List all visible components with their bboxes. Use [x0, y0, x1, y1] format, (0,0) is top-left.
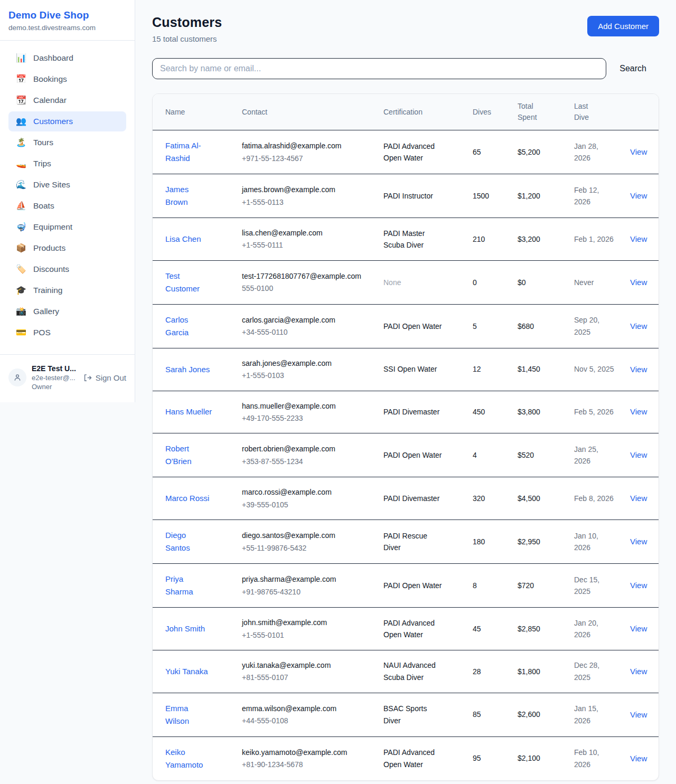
column-header-actions — [630, 94, 646, 130]
page-header-text: Customers 15 total customers — [152, 15, 222, 43]
customer-phone: +44-555-0108 — [242, 715, 377, 726]
customer-name-link[interactable]: Hans Mueller — [165, 405, 212, 418]
table-row: Carlos Garcia carlos.garcia@example.com … — [153, 305, 659, 348]
table-row: Hans Mueller hans.mueller@example.com +4… — [153, 391, 659, 434]
logout-icon — [83, 373, 92, 382]
customer-name-link[interactable]: James Brown — [165, 183, 213, 209]
table-row: Fatima Al-Rashid fatima.alrashid@example… — [153, 130, 659, 174]
sidebar-item-gallery[interactable]: 📸 Gallery — [8, 301, 126, 322]
customer-email: hans.mueller@example.com — [242, 400, 377, 412]
view-link[interactable]: View — [630, 754, 647, 763]
add-customer-button[interactable]: Add Customer — [587, 16, 659, 36]
view-link[interactable]: View — [630, 322, 647, 330]
customer-name-link[interactable]: Marco Rossi — [165, 492, 209, 505]
camera-icon: 📸 — [16, 307, 26, 316]
sidebar-item-label: Products — [33, 243, 65, 253]
sidebar-item-label: Calendar — [33, 96, 67, 105]
diving-mask-icon: 🤿 — [16, 223, 26, 231]
user-email: e2e-tester@... — [32, 374, 78, 382]
sign-out-button[interactable]: Sign Out — [83, 373, 126, 382]
customer-total-spent: $720 — [518, 571, 574, 600]
customer-name-link[interactable]: Emma Wilson — [165, 702, 213, 728]
customer-phone: +1-555-0111 — [242, 239, 377, 251]
customer-name-link[interactable]: John Smith — [165, 622, 205, 635]
view-link[interactable]: View — [630, 234, 647, 243]
customer-total-spent: $3,200 — [518, 224, 574, 254]
customer-phone: +1-555-0101 — [242, 629, 377, 641]
sidebar-item-pos[interactable]: 💳 POS — [8, 323, 126, 343]
column-header-contact: Contact — [242, 94, 383, 130]
avatar — [8, 369, 26, 386]
page: Demo Dive Shop demo.test.divestreams.com… — [0, 0, 676, 784]
customer-total-spent: $2,850 — [518, 614, 574, 644]
customer-name-link[interactable]: Carlos Garcia — [165, 314, 213, 339]
users-icon: 👥 — [16, 117, 26, 126]
sidebar-item-calendar[interactable]: 📆 Calendar — [8, 90, 126, 110]
customer-name-link[interactable]: Yuki Tanaka — [165, 665, 208, 678]
sidebar-item-dive-sites[interactable]: 🌊 Dive Sites — [8, 175, 126, 195]
view-link[interactable]: View — [630, 191, 647, 200]
sidebar-item-customers[interactable]: 👥 Customers — [8, 111, 126, 131]
search-button[interactable]: Search — [619, 61, 659, 77]
customer-certification: PADI Advanced Open Water — [383, 738, 452, 779]
customer-name-link[interactable]: Robert O'Brien — [165, 442, 213, 468]
customer-total-spent: $520 — [518, 440, 574, 470]
customer-name-link[interactable]: Fatima Al-Rashid — [165, 139, 213, 165]
sidebar-item-tours[interactable]: 🏝️ Tours — [8, 133, 126, 153]
package-icon: 📦 — [16, 244, 26, 252]
view-link[interactable]: View — [630, 710, 647, 719]
view-link[interactable]: View — [630, 494, 647, 503]
customer-last-dive: Feb 10, 2026 — [574, 738, 621, 779]
view-link[interactable]: View — [630, 365, 647, 374]
customer-name-link[interactable]: Priya Sharma — [165, 573, 213, 598]
view-link[interactable]: View — [630, 667, 647, 676]
sidebar-item-boats[interactable]: ⛵ Boats — [8, 196, 126, 216]
customer-certification: PADI Open Water — [383, 571, 452, 600]
customer-name-link[interactable]: Test Customer — [165, 270, 213, 295]
table-row: Diego Santos diego.santos@example.com +5… — [153, 520, 659, 564]
customer-certification: PADI Open Water — [383, 440, 452, 470]
view-link[interactable]: View — [630, 450, 647, 459]
sidebar-item-training[interactable]: 🎓 Training — [8, 280, 126, 300]
view-link[interactable]: View — [630, 278, 647, 287]
column-header-total-spent: Total Spent — [518, 94, 574, 130]
view-link[interactable]: View — [630, 147, 647, 156]
sidebar: Demo Dive Shop demo.test.divestreams.com… — [0, 0, 135, 402]
customer-email: john.smith@example.com — [242, 617, 377, 628]
customer-email: diego.santos@example.com — [242, 530, 377, 541]
customer-certification: PADI Advanced Open Water — [383, 608, 452, 650]
customer-phone: +55-11-99876-5432 — [242, 542, 377, 554]
sidebar-item-equipment[interactable]: 🤿 Equipment — [8, 217, 126, 237]
customer-dives: 5 — [473, 311, 518, 341]
customer-name-link[interactable]: Lisa Chen — [165, 233, 201, 245]
customer-dives: 210 — [473, 224, 518, 254]
sailboat-icon: ⛵ — [16, 202, 26, 210]
sidebar-item-label: Training — [33, 286, 62, 295]
sidebar-item-label: Gallery — [33, 307, 59, 316]
table-row: Priya Sharma priya.sharma@example.com +9… — [153, 564, 659, 608]
customer-name-link[interactable]: Diego Santos — [165, 529, 213, 554]
sidebar-item-label: Boats — [33, 201, 54, 211]
search-input[interactable] — [152, 58, 606, 79]
view-link[interactable]: View — [630, 537, 647, 546]
sidebar-item-bookings[interactable]: 📅 Bookings — [8, 69, 126, 89]
customer-total-spent: $5,200 — [518, 137, 574, 167]
sidebar-item-products[interactable]: 📦 Products — [8, 238, 126, 258]
customer-name-link[interactable]: Sarah Jones — [165, 363, 210, 376]
sidebar-item-trips[interactable]: 🚤 Trips — [8, 154, 126, 174]
customer-certification: PADI Master Scuba Diver — [383, 219, 452, 260]
customer-last-dive: Feb 5, 2026 — [574, 397, 621, 427]
customer-dives: 28 — [473, 657, 518, 686]
customer-dives: 1500 — [473, 181, 518, 211]
view-link[interactable]: View — [630, 624, 647, 633]
customer-total-spent: $1,200 — [518, 181, 574, 211]
sign-out-label: Sign Out — [96, 373, 126, 382]
sidebar-item-dashboard[interactable]: 📊 Dashboard — [8, 48, 126, 68]
customer-name-link[interactable]: Keiko Yamamoto — [165, 746, 213, 771]
sidebar-item-discounts[interactable]: 🏷️ Discounts — [8, 259, 126, 279]
sidebar-item-label: Tours — [33, 138, 53, 147]
view-link[interactable]: View — [630, 407, 647, 416]
view-link[interactable]: View — [630, 581, 647, 590]
sidebar-item-label: Dashboard — [33, 53, 73, 63]
customer-email: priya.sharma@example.com — [242, 573, 377, 585]
